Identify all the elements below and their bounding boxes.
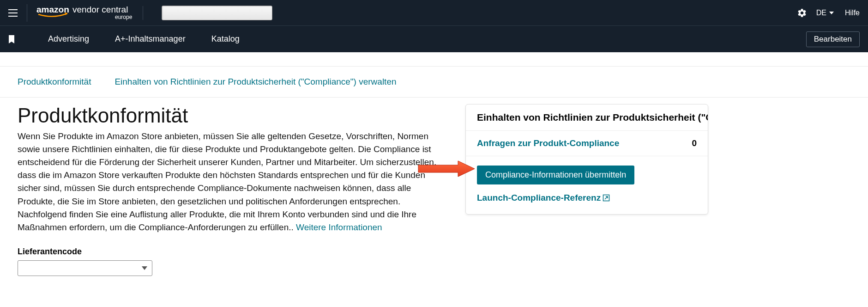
chevron-down-icon (829, 12, 834, 14)
intro-paragraph: Wenn Sie Produkte im Amazon Store anbiet… (18, 130, 438, 234)
main-column: Produktkonformität Wenn Sie Produkte im … (18, 104, 438, 276)
breadcrumb-compliance-verwalten[interactable]: Einhalten von Richtlinien zur Produktsic… (115, 77, 396, 86)
help-link[interactable]: Hilfe (845, 9, 860, 17)
panel-body: Compliance-Informationen übermitteln Lau… (466, 156, 708, 214)
panel-title: Einhalten von Richtlinien zur Produktsic… (466, 104, 708, 131)
logo-vendor-central-text: vendor central (72, 5, 128, 14)
hamburger-menu-icon[interactable] (8, 9, 18, 17)
gear-icon[interactable] (797, 8, 807, 18)
breadcrumb: Produktkonformität Einhalten von Richtli… (0, 66, 868, 98)
divider (27, 4, 27, 22)
top-bar: amazon vendor central europe DE Hilfe (0, 0, 868, 25)
reference-link-label: Launch-Compliance-Referenz (477, 193, 601, 203)
nav-advertising[interactable]: Advertising (48, 34, 89, 44)
search-input[interactable] (162, 6, 272, 20)
edit-button[interactable]: Bearbeiten (806, 31, 860, 47)
more-info-link[interactable]: Weitere Informationen (296, 222, 382, 232)
chevron-down-icon (142, 266, 147, 270)
panel-requests-row: Anfragen zur Produkt-Compliance 0 (466, 131, 708, 156)
nav-a-plus[interactable]: A+-Inhaltsmanager (115, 34, 186, 44)
compliance-requests-link[interactable]: Anfragen zur Produkt-Compliance (477, 138, 619, 148)
nav-katalog[interactable]: Katalog (211, 34, 240, 44)
logo-amazon-text: amazon (36, 5, 69, 14)
language-selector[interactable]: DE (816, 9, 834, 17)
submit-compliance-button[interactable]: Compliance-Informationen übermitteln (477, 166, 634, 184)
logo-europe-text: europe (115, 14, 133, 20)
bookmark-icon[interactable] (8, 35, 15, 43)
language-label: DE (816, 9, 826, 17)
launch-compliance-reference-link[interactable]: Launch-Compliance-Referenz (477, 193, 610, 203)
divider (143, 6, 143, 20)
intro-text: Wenn Sie Produkte im Amazon Store anbiet… (18, 131, 436, 232)
supplier-code-label: Lieferantencode (18, 247, 438, 257)
external-link-icon (603, 194, 610, 202)
compliance-requests-count: 0 (692, 138, 697, 148)
logo[interactable]: amazon vendor central europe (36, 5, 133, 21)
sub-nav: Advertising A+-Inhaltsmanager Katalog Be… (0, 25, 868, 52)
content-area: Produktkonformität Wenn Sie Produkte im … (0, 98, 868, 282)
breadcrumb-produktkonformitaet[interactable]: Produktkonformität (18, 77, 91, 86)
side-panel: Einhalten von Richtlinien zur Produktsic… (465, 104, 708, 215)
page-title: Produktkonformität (18, 104, 438, 127)
svg-marker-1 (829, 12, 834, 14)
supplier-code-select[interactable] (18, 260, 152, 276)
